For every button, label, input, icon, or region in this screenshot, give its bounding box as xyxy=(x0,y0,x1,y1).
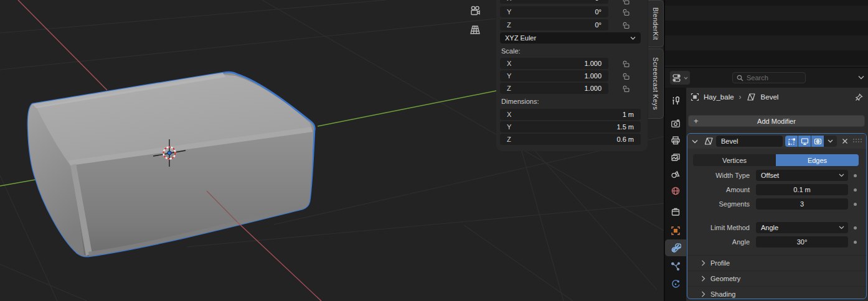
tab-edges[interactable]: Edges xyxy=(776,154,859,166)
tab-render[interactable] xyxy=(665,115,686,132)
angle-row: Angle 30° xyxy=(687,236,866,248)
pin-icon[interactable] xyxy=(855,93,863,101)
tab-label: Screencast Keys xyxy=(652,57,659,110)
field-label: Angle xyxy=(687,238,756,246)
breadcrumb: Hay_bale › Bevel xyxy=(686,91,868,103)
subpanel-label: Shading xyxy=(710,290,735,298)
expand-chevron-icon[interactable] xyxy=(692,139,698,144)
wrench-icon xyxy=(671,243,681,253)
modifier-extras-button[interactable] xyxy=(824,136,837,147)
rotation-x-field[interactable]: X 0° xyxy=(500,0,608,4)
width-type-dropdown[interactable]: Offset xyxy=(756,170,848,181)
field-value: Offset xyxy=(761,172,779,179)
rotation-mode-value: XYZ Euler xyxy=(505,34,536,42)
segments-field[interactable]: 3 xyxy=(756,198,848,210)
tab-collection[interactable] xyxy=(665,203,686,220)
width-type-row: Width Type Offset xyxy=(687,170,866,181)
tab-world[interactable] xyxy=(665,182,686,199)
tab-view-layer[interactable] xyxy=(665,149,686,165)
field-label: Limit Method xyxy=(687,224,756,231)
search-input[interactable] xyxy=(747,74,796,81)
axis-value: 0° xyxy=(595,8,601,16)
subpanel-shading[interactable]: Shading xyxy=(687,286,866,299)
lock-icon[interactable] xyxy=(621,58,631,68)
tab-vertices[interactable]: Vertices xyxy=(693,154,776,166)
blender-window: X 0° Y 0° Z 0° XYZ E xyxy=(0,0,868,301)
subpanel-geometry[interactable]: Geometry xyxy=(687,271,866,286)
subpanel-label: Profile xyxy=(710,259,730,267)
scale-z-field[interactable]: Z 1.000 xyxy=(500,83,608,94)
object-icon xyxy=(691,93,699,101)
object-icon xyxy=(671,226,681,236)
axis-value: 1 m xyxy=(623,111,634,118)
bevel-modifier-panel: Bevel xyxy=(687,133,867,299)
modifier-delete-button[interactable] xyxy=(840,136,850,146)
drag-handle[interactable] xyxy=(853,139,863,144)
chevron-down-icon xyxy=(630,36,636,40)
decorator-dot[interactable] xyxy=(854,241,857,244)
subpanel-label: Geometry xyxy=(710,275,740,282)
amount-field[interactable]: 0.1 m xyxy=(756,184,848,195)
axis-label: Y xyxy=(507,123,511,131)
dimension-x-field[interactable]: X 1 m xyxy=(500,109,641,120)
sidebar-tab-screencast-keys[interactable]: Screencast Keys xyxy=(648,49,664,119)
rotation-z-field[interactable]: Z 0° xyxy=(500,19,608,30)
field-label: Width Type xyxy=(687,172,756,179)
world-icon xyxy=(671,186,681,196)
toggle-edit-mode-display[interactable] xyxy=(785,136,798,147)
search-box[interactable] xyxy=(732,72,806,83)
grid-ortho-icon[interactable] xyxy=(467,22,483,38)
field-value: Angle xyxy=(761,224,778,231)
header-menu-chevron[interactable] xyxy=(858,73,864,81)
decorator-dot[interactable] xyxy=(854,174,857,177)
scale-x-field[interactable]: X 1.000 xyxy=(500,58,608,69)
breadcrumb-item-name[interactable]: Bevel xyxy=(761,93,779,101)
field-label: Segments xyxy=(687,200,756,208)
sidebar-tab-blenderkit[interactable]: BlenderKit xyxy=(648,0,664,47)
lock-icon[interactable] xyxy=(621,71,631,81)
modifier-data-icon xyxy=(747,93,756,101)
lock-icon[interactable] xyxy=(621,0,631,6)
tab-particles[interactable] xyxy=(665,257,686,274)
dimension-z-field[interactable]: Z 0.6 m xyxy=(500,134,641,145)
lock-icon[interactable] xyxy=(621,20,631,30)
axis-label: Z xyxy=(507,85,511,92)
axis-value: 1.000 xyxy=(584,60,601,67)
tab-modifiers[interactable] xyxy=(665,239,686,256)
editor-type-button[interactable] xyxy=(670,71,690,85)
chevron-down-icon xyxy=(839,174,844,177)
toggle-realtime-display[interactable] xyxy=(798,136,811,147)
rotation-y-field[interactable]: Y 0° xyxy=(500,6,608,17)
subpanel-profile[interactable]: Profile xyxy=(687,255,866,271)
tab-physics[interactable] xyxy=(665,275,686,292)
modifier-name-field[interactable]: Bevel xyxy=(716,136,783,147)
decorator-dot[interactable] xyxy=(854,203,857,206)
axis-value: 0.6 m xyxy=(616,136,634,143)
tab-tool[interactable] xyxy=(665,92,686,109)
angle-field[interactable]: 30° xyxy=(756,236,848,248)
tab-output[interactable] xyxy=(665,132,686,149)
breadcrumb-separator: › xyxy=(739,93,742,101)
search-icon xyxy=(737,75,743,81)
axis-value: 0° xyxy=(595,0,601,2)
tab-scene[interactable] xyxy=(665,165,686,182)
lock-icon[interactable] xyxy=(621,83,631,93)
output-icon xyxy=(671,136,681,146)
render-icon xyxy=(671,119,681,129)
axis-label: Y xyxy=(507,8,511,16)
properties-body: Hay_bale › Bevel + Add Modifier xyxy=(686,88,868,301)
limit-method-dropdown[interactable]: Angle xyxy=(756,222,848,233)
rotation-mode-dropdown[interactable]: XYZ Euler xyxy=(500,32,641,44)
decorator-dot[interactable] xyxy=(854,188,857,192)
tab-label: Edges xyxy=(808,157,827,164)
tab-object[interactable] xyxy=(665,222,686,239)
lock-icon[interactable] xyxy=(621,7,631,17)
scale-y-field[interactable]: Y 1.000 xyxy=(500,70,608,81)
dimension-y-field[interactable]: Y 1.5 m xyxy=(500,121,641,132)
toggle-render-display[interactable] xyxy=(811,136,824,147)
camera-view-icon[interactable] xyxy=(467,3,483,19)
add-modifier-button[interactable]: + Add Modifier xyxy=(688,115,865,127)
properties-editor: Hay_bale › Bevel + Add Modifier xyxy=(665,0,868,301)
breadcrumb-object-name[interactable]: Hay_bale xyxy=(704,93,734,101)
decorator-dot[interactable] xyxy=(854,226,857,229)
